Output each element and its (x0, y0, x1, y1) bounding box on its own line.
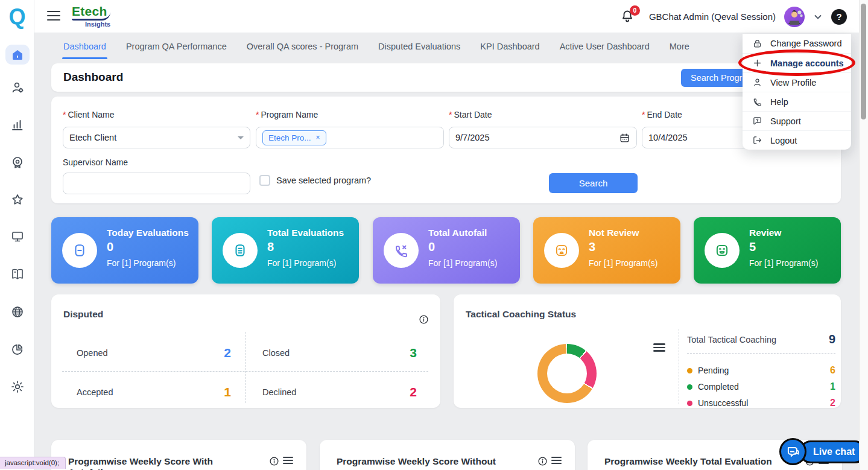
qeval-logo[interactable]: Q (0, 4, 34, 30)
stat-title: Review (749, 227, 781, 238)
select-caret-icon (238, 136, 244, 139)
supervisor-name-input[interactable] (63, 173, 250, 194)
bar-chart-icon (10, 118, 25, 132)
client-name-label: *Client Name (63, 110, 250, 119)
tab-overall-qa-scores[interactable]: Overall QA scores - Program (247, 34, 358, 59)
etech-insights-logo: Etech Insights (72, 5, 110, 28)
panel-weekly-score-with-autofail: Programwise Weekly Score With Autofail (51, 440, 306, 470)
disputed-opened-value: 2 (224, 346, 231, 360)
disputed-panel: Disputed Opened 2 Closed 3 Accepted 1 De… (51, 294, 440, 408)
sidebar-item-library[interactable] (0, 267, 34, 281)
sidebar-item-home[interactable] (0, 48, 34, 62)
filter-panel: *Client Name *Program Name *Start Date *… (51, 97, 841, 203)
page-scrollbar[interactable] (859, 0, 868, 470)
divider (679, 329, 679, 404)
scrollbar-thumb[interactable] (861, 4, 866, 119)
required-asterisk: * (63, 110, 66, 119)
info-icon[interactable] (269, 456, 279, 466)
panel-weekly-score-without-autofail: Programwise Weekly Score Without (320, 440, 575, 470)
notifications-button[interactable]: 0 (620, 9, 636, 25)
tactical-donut-chart[interactable] (537, 344, 597, 403)
menu-item-logout[interactable]: Logout (743, 130, 851, 150)
sidebar-item-users[interactable] (0, 80, 34, 95)
menu-item-view-profile[interactable]: View Profile (743, 72, 851, 92)
app-sidebar: Q (0, 0, 34, 470)
sidebar-item-monitoring[interactable] (0, 229, 34, 244)
sidebar-item-reports[interactable] (0, 118, 34, 132)
legend-dot (687, 368, 692, 373)
client-name-select[interactable]: Etech Client (63, 127, 250, 148)
plus-icon (752, 58, 762, 68)
sad-face-icon (554, 243, 569, 258)
stat-value: 8 (267, 240, 274, 254)
save-program-checkbox[interactable] (259, 175, 270, 186)
pie-chart-icon (10, 342, 25, 357)
disputed-accepted-value: 1 (224, 385, 231, 399)
disputed-declined-value: 2 (410, 385, 417, 399)
stat-value: 5 (749, 240, 756, 254)
legend-item-pending[interactable]: Pending 6 (687, 363, 835, 378)
divider (62, 371, 428, 372)
browser-status-tooltip: javascript:void(0); (0, 457, 66, 469)
search-button[interactable]: Search (549, 173, 638, 193)
sidebar-item-global[interactable] (0, 305, 34, 319)
settings-icon (10, 379, 25, 394)
logo-text-insights: Insights (85, 21, 110, 28)
stat-card-total-autofail[interactable]: Total Autofail 0 For [1] Program(s) (373, 217, 520, 284)
stat-title: Total Autofail (428, 227, 487, 238)
avatar[interactable] (784, 7, 805, 27)
tab-more[interactable]: More (670, 34, 689, 59)
stat-card-total-evaluations[interactable]: Total Evaluations 8 For [1] Program(s) (212, 217, 359, 284)
notification-badge: 0 (630, 5, 640, 16)
live-chat-label: Live chat (813, 446, 855, 457)
chevron-down-icon[interactable] (813, 12, 823, 22)
tab-active-user-dashboard[interactable]: Active User Dashboard (560, 34, 650, 59)
disputed-declined-row: Declined 2 (262, 383, 417, 401)
stat-card-not-review[interactable]: Not Review 3 For [1] Program(s) (533, 217, 680, 284)
chip-remove-icon[interactable]: × (316, 133, 320, 142)
sidebar-item-favorites[interactable] (0, 192, 34, 207)
page-header-card: Dashboard Search Program (51, 63, 841, 92)
live-chat-button[interactable]: Live chat (779, 438, 866, 465)
globe-icon (10, 305, 25, 319)
menu-item-manage-accounts[interactable]: Manage accounts (743, 53, 851, 72)
stat-card-today-evaluations[interactable]: Today Evaluations 0 For [1] Program(s) (51, 217, 198, 284)
chart-menu-icon[interactable] (283, 457, 293, 466)
info-icon[interactable] (537, 456, 548, 466)
program-name-multiselect[interactable]: Etech Pro... × (256, 127, 444, 148)
legend-item-unsuccessful[interactable]: Unsuccessful 2 (687, 395, 835, 411)
tab-dashboard[interactable]: Dashboard (63, 34, 106, 59)
quality-badge-icon (10, 155, 25, 170)
phone-icon (752, 97, 762, 107)
tab-kpi-dashboard[interactable]: KPI Dashboard (480, 34, 539, 59)
start-date-input[interactable]: 9/7/2025 (449, 127, 637, 148)
help-button[interactable]: ? (831, 9, 847, 25)
info-icon[interactable] (419, 314, 429, 325)
sidebar-item-settings[interactable] (0, 379, 34, 394)
user-settings-icon (10, 80, 25, 95)
chart-menu-icon[interactable] (551, 457, 562, 466)
top-bar: Etech Insights 0 GBChat Admin (Qeval Ses… (34, 0, 859, 33)
legend-dot (687, 401, 692, 406)
stat-value: 3 (589, 240, 595, 254)
menu-item-support[interactable]: Support (743, 111, 851, 130)
disputed-closed-row: Closed 3 (262, 344, 417, 362)
menu-item-change-password[interactable]: Change Password (743, 34, 851, 53)
menu-item-help[interactable]: Help (743, 92, 851, 111)
divider (245, 332, 246, 403)
stat-card-review[interactable]: Review 5 For [1] Program(s) (694, 217, 841, 284)
tab-program-qa-performance[interactable]: Program QA Performance (126, 34, 227, 59)
person-icon (752, 77, 762, 87)
tactical-title: Tactical Coaching Status (466, 309, 576, 320)
sidebar-item-analytics[interactable] (0, 342, 34, 357)
tab-disputed-evaluations[interactable]: Disputed Evaluations (378, 34, 460, 59)
dashboard-tab-bar: Dashboard Program QA Performance Overall… (63, 34, 689, 59)
calendar-icon[interactable] (619, 132, 630, 144)
menu-toggle-icon[interactable] (47, 11, 60, 22)
divider (687, 353, 835, 354)
stat-title: Not Review (589, 227, 639, 238)
legend-item-completed[interactable]: Completed 1 (687, 379, 835, 395)
sidebar-item-quality[interactable] (0, 155, 34, 170)
program-name-label: *Program Name (256, 110, 444, 119)
chart-menu-icon[interactable] (653, 343, 665, 354)
